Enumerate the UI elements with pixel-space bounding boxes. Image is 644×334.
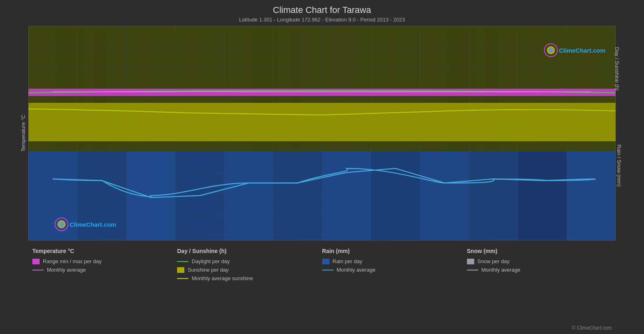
legend-item-sunshine-avg: Monthly average sunshine xyxy=(177,275,322,281)
legend-item-snow: Snow per day xyxy=(467,258,612,264)
copyright-watermark: © ClimeChart.com xyxy=(572,325,612,331)
legend-label-daylight: Daylight per day xyxy=(192,258,230,264)
legend-item-daylight: Daylight per day xyxy=(177,258,322,264)
legend-col-temperature: Temperature °C Range min / max per day M… xyxy=(32,248,177,281)
left-axis-label: Temperature °C xyxy=(20,115,26,151)
legend-title-temperature: Temperature °C xyxy=(32,248,177,254)
legend-label-sunshine-avg: Monthly average sunshine xyxy=(192,275,253,281)
legend-swatch-temp-avg xyxy=(32,270,44,270)
legend-title-sunshine: Day / Sunshine (h) xyxy=(177,248,322,254)
chart-header: Climate Chart for Tarawa Latitude 1.301 … xyxy=(0,0,644,23)
svg-rect-43 xyxy=(567,151,616,240)
legend-item-temp-avg: Monthly average xyxy=(32,267,177,273)
svg-rect-36 xyxy=(224,151,273,240)
legend-swatch-sunshine-avg xyxy=(177,278,188,279)
svg-rect-38 xyxy=(322,151,371,240)
legend-label-snow: Snow per day xyxy=(477,258,510,264)
legend-title-snow: Snow (mm) xyxy=(467,248,612,254)
legend-item-rain: Rain per day xyxy=(322,258,467,264)
legend-area: Temperature °C Range min / max per day M… xyxy=(0,245,644,283)
svg-rect-31 xyxy=(28,103,616,141)
legend-item-temp-range: Range min / max per day xyxy=(32,258,177,264)
legend-swatch-temp-range xyxy=(32,259,40,264)
chart-area: Temperature °C Day / Sunshine (h) Rain /… xyxy=(28,26,616,240)
main-chart-svg: 50 40 30 20 10 0 0 -10 -20 -30 -40 24 18… xyxy=(28,26,616,240)
chart-title: Climate Chart for Tarawa xyxy=(0,5,644,15)
right-axis-label-bottom: Rain / Snow (mm) xyxy=(616,144,622,186)
legend-title-rain: Rain (mm) xyxy=(322,248,467,254)
svg-text:ClimeChart.com: ClimeChart.com xyxy=(70,221,116,228)
legend-swatch-rain-avg xyxy=(322,270,334,270)
page-wrapper: Climate Chart for Tarawa Latitude 1.301 … xyxy=(0,0,644,334)
legend-item-rain-avg: Monthly average xyxy=(322,267,467,273)
legend-label-sunshine: Sunshine per day xyxy=(188,267,228,273)
right-axis-label-top: Day / Sunshine (h) xyxy=(614,47,621,91)
legend-swatch-snow-avg xyxy=(467,270,478,270)
chart-subtitle: Latitude 1.301 - Longitude 172.962 - Ele… xyxy=(0,17,644,23)
legend-label-temp-range: Range min / max per day xyxy=(43,258,101,264)
legend-item-snow-avg: Monthly average xyxy=(467,267,612,273)
legend-col-rain: Rain (mm) Rain per day Monthly average xyxy=(322,248,467,281)
legend-label-rain: Rain per day xyxy=(333,258,363,264)
legend-swatch-snow xyxy=(467,259,474,264)
legend-swatch-daylight xyxy=(177,261,188,262)
svg-rect-41 xyxy=(469,151,518,240)
svg-rect-37 xyxy=(273,151,322,240)
legend-col-sunshine: Day / Sunshine (h) Daylight per day Suns… xyxy=(177,248,322,281)
legend-label-temp-avg: Monthly average xyxy=(47,267,86,273)
legend-swatch-sunshine xyxy=(177,267,184,273)
legend-label-snow-avg: Monthly average xyxy=(481,267,520,273)
svg-rect-40 xyxy=(420,151,469,240)
legend-swatch-rain xyxy=(322,259,329,264)
legend-label-rain-avg: Monthly average xyxy=(337,267,376,273)
legend-item-sunshine: Sunshine per day xyxy=(177,267,322,273)
svg-point-79 xyxy=(59,222,64,227)
svg-text:ClimeChart.com: ClimeChart.com xyxy=(559,47,606,54)
svg-rect-39 xyxy=(371,151,420,240)
legend-col-snow: Snow (mm) Snow per day Monthly average xyxy=(467,248,612,281)
svg-point-83 xyxy=(549,48,553,53)
svg-rect-42 xyxy=(518,151,567,240)
